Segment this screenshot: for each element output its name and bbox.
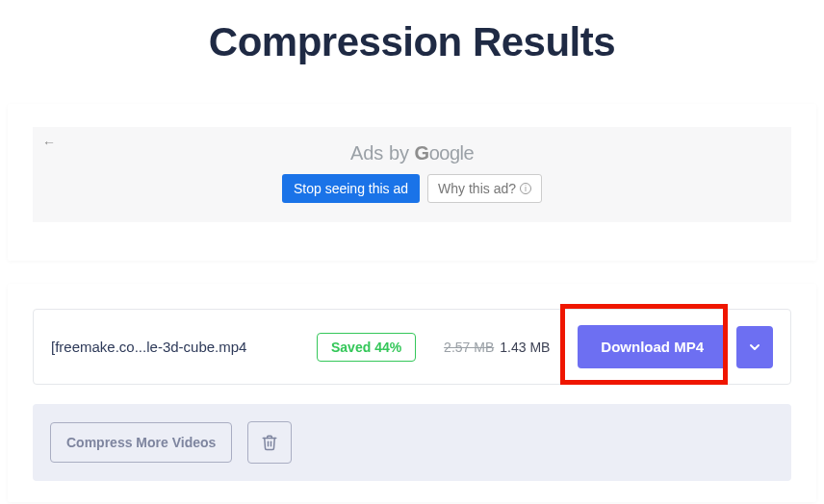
stop-seeing-ad-button[interactable]: Stop seeing this ad bbox=[282, 174, 420, 203]
new-size: 1.43 MB bbox=[500, 340, 550, 355]
compress-more-button[interactable]: Compress More Videos bbox=[50, 422, 232, 463]
delete-button[interactable] bbox=[247, 421, 292, 464]
results-card: [freemake.co...le-3d-cube.mp4 Saved 44% … bbox=[8, 284, 816, 502]
ad-inner: ← Ads by Google Stop seeing this ad Why … bbox=[33, 127, 791, 222]
saved-badge: Saved 44% bbox=[317, 333, 416, 362]
back-arrow-icon[interactable]: ← bbox=[42, 135, 56, 150]
ad-card: ← Ads by Google Stop seeing this ad Why … bbox=[8, 104, 816, 261]
google-logo: Google bbox=[415, 142, 475, 164]
why-this-ad-button[interactable]: Why this ad? i bbox=[427, 174, 542, 203]
footer-row: Compress More Videos bbox=[33, 404, 791, 481]
ads-by-prefix: Ads by bbox=[350, 142, 415, 164]
page-title: Compression Results bbox=[0, 19, 824, 65]
ad-buttons: Stop seeing this ad Why this ad? i bbox=[42, 174, 782, 203]
file-sizes: 2.57 MB1.43 MB bbox=[431, 340, 562, 355]
why-this-ad-label: Why this ad? bbox=[438, 181, 516, 196]
chevron-down-icon bbox=[747, 340, 762, 355]
download-button[interactable]: Download MP4 bbox=[578, 325, 727, 368]
info-icon: i bbox=[520, 183, 531, 194]
old-size: 2.57 MB bbox=[444, 340, 494, 355]
file-name: [freemake.co...le-3d-cube.mp4 bbox=[51, 339, 301, 355]
ads-by-label: Ads by Google bbox=[42, 142, 782, 164]
download-options-button[interactable] bbox=[736, 326, 773, 368]
download-group: Download MP4 bbox=[578, 325, 773, 368]
trash-icon bbox=[261, 434, 278, 451]
result-row: [freemake.co...le-3d-cube.mp4 Saved 44% … bbox=[33, 309, 791, 385]
